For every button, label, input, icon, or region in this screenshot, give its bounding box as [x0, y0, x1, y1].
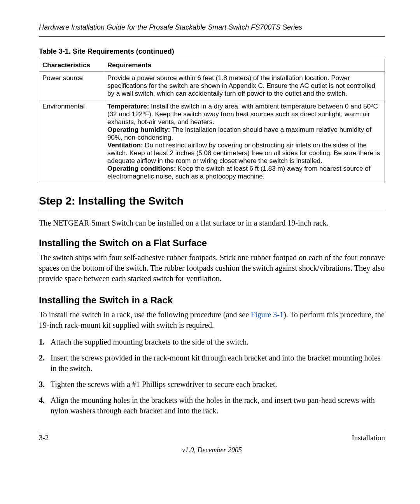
- table-caption: Table 3-1. Site Requirements (continued): [39, 47, 385, 56]
- page-number: 3-2: [39, 434, 49, 442]
- list-item: 3. Tighten the screws with a #1 Phillips…: [39, 379, 385, 390]
- table-row: Environmental Temperature: Install the s…: [39, 100, 385, 183]
- th-characteristics: Characteristics: [39, 59, 104, 72]
- list-text: Tighten the screws with a #1 Phillips sc…: [51, 379, 385, 390]
- list-item: 4. Align the mounting holes in the brack…: [39, 395, 385, 416]
- flat-surface-heading: Installing the Switch on a Flat Surface: [39, 238, 385, 248]
- site-requirements-table: Characteristics Requirements Power sourc…: [39, 59, 385, 183]
- requirement-label: Operating conditions:: [107, 165, 176, 172]
- list-marker: 2.: [39, 353, 51, 374]
- table-header-row: Characteristics Requirements: [39, 59, 385, 72]
- list-text: Insert the screws provided in the rack-m…: [51, 353, 385, 374]
- list-marker: 1.: [39, 337, 51, 347]
- cell-characteristic: Environmental: [39, 100, 104, 183]
- list-item: 2. Insert the screws provided in the rac…: [39, 353, 385, 374]
- rack-steps-list: 1. Attach the supplied mounting brackets…: [39, 337, 385, 416]
- section-name: Installation: [352, 434, 385, 442]
- list-text: Align the mounting holes in the brackets…: [51, 395, 385, 416]
- cell-requirement: Temperature: Install the switch in a dry…: [104, 100, 385, 183]
- footer-rule: [39, 431, 385, 431]
- heading-rule: [39, 209, 385, 209]
- rack-intro-paragraph: To install the switch in a rack, use the…: [39, 310, 385, 331]
- list-marker: 4.: [39, 395, 51, 416]
- document-page: Hardware Installation Guide for the Pros…: [0, 0, 420, 504]
- table-row: Power source Provide a power source with…: [39, 72, 385, 100]
- requirement-label: Ventilation:: [107, 142, 143, 149]
- requirement-label: Operating humidity:: [107, 126, 170, 133]
- cell-requirement: Provide a power source within 6 feet (1.…: [104, 72, 385, 100]
- cell-characteristic: Power source: [39, 72, 104, 100]
- list-marker: 3.: [39, 379, 51, 390]
- footer-version: v1.0, December 2005: [39, 446, 385, 454]
- flat-surface-paragraph: The switch ships with four self-adhesive…: [39, 252, 385, 284]
- footer-row: 3-2 Installation: [39, 434, 385, 442]
- rack-intro-pre: To install the switch in a rack, use the…: [39, 310, 251, 319]
- step-heading: Step 2: Installing the Switch: [39, 195, 385, 207]
- rack-heading: Installing the Switch in a Rack: [39, 295, 385, 306]
- th-requirements: Requirements: [104, 59, 385, 72]
- running-header: Hardware Installation Guide for the Pros…: [39, 23, 385, 37]
- requirement-label: Temperature:: [107, 103, 149, 110]
- step-intro-paragraph: The NETGEAR Smart Switch can be installe…: [39, 218, 385, 228]
- list-item: 1. Attach the supplied mounting brackets…: [39, 337, 385, 347]
- figure-reference-link[interactable]: Figure 3-1: [251, 310, 284, 319]
- list-text: Attach the supplied mounting brackets to…: [51, 337, 385, 347]
